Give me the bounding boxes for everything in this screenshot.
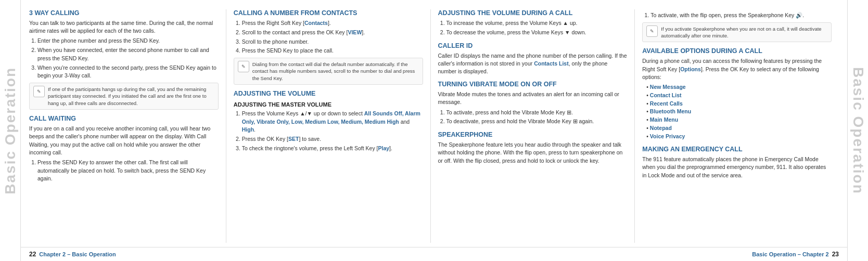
list-item: Bluetooth Menu (646, 108, 832, 116)
col3-title1: ADJUSTING THE VOLUME DURING A CALL (438, 9, 628, 17)
list-item: To check the ringtone's volume, press th… (242, 145, 423, 153)
col4-note1: ✎ If you activate Speakerphone when you … (642, 22, 832, 43)
col3-intro3: Vibrate Mode mutes the tones and activat… (438, 90, 628, 106)
col2-title1: CALLING A NUMBER FROM CONTACTS (234, 9, 423, 17)
list-item: To activate, with the flip open, press t… (650, 11, 832, 20)
col3-title2: CALLER ID (438, 42, 628, 49)
footer-right-chapter: Basic Operation – Chapter 2 (752, 251, 828, 257)
columns-row: 3 WAY CALLING You can talk to two partic… (21, 0, 847, 247)
list-item: Voice Privacy (646, 133, 832, 141)
list-item: To activate, press and hold the Vibrate … (446, 109, 628, 117)
list-item: To increase the volume, press the Volume… (446, 19, 628, 28)
footer-right: Basic Operation – Chapter 2 23 (752, 251, 839, 258)
col2-steps2: Press the Volume Keys ▲/▼ up or down to … (242, 110, 423, 153)
col1-note1: ✎ If one of the participants hangs up du… (29, 83, 219, 110)
footer-right-page: 23 (832, 251, 839, 258)
col4-options: New Message Contact List Recent Calls Bl… (646, 83, 832, 140)
note-icon: ✎ (33, 86, 45, 97)
col4-note1-text: If you activate Speakerphone when you ar… (661, 25, 827, 40)
sidebar-right-text: Basic Operation (850, 67, 866, 194)
footer-left-chapter: Chapter 2 – Basic Operation (39, 251, 116, 257)
list-item: Recent Calls (646, 100, 832, 108)
col1-intro1: You can talk to two participants at the … (29, 19, 219, 35)
note-icon: ✎ (238, 61, 249, 72)
footer: 22 Chapter 2 – Basic Operation Basic Ope… (21, 247, 847, 261)
col4-title1: AVAILABLE OPTIONS DURING A CALL (642, 47, 832, 55)
content-area: 3 WAY CALLING You can talk to two partic… (21, 0, 847, 261)
col3-steps1: To increase the volume, press the Volume… (446, 19, 628, 37)
col3-title3: TURNING VIBRATE MODE ON OR OFF (438, 81, 628, 88)
col3-title4: SPEAKERPHONE (438, 131, 628, 138)
col1-title1: 3 WAY CALLING (29, 9, 219, 17)
list-item: To deactivate, press and hold the Vibrat… (446, 118, 628, 126)
list-item: New Message (646, 83, 832, 92)
footer-left-page: 22 (29, 251, 36, 258)
list-item: Press the Volume Keys ▲/▼ up or down to … (242, 110, 423, 134)
column-3: ADJUSTING THE VOLUME DURING A CALL To in… (431, 9, 635, 243)
sidebar-left: Basic Operation (0, 0, 21, 261)
col1-title2: CALL WAITING (29, 115, 219, 122)
col2-note1-text: Dialing from the contact will dial the d… (252, 61, 419, 82)
list-item: Scroll to the contact and press the OK K… (242, 29, 423, 37)
list-item: Scroll to the phone number. (242, 38, 423, 46)
col3-intro2: Caller ID displays the name and the phon… (438, 52, 628, 76)
column-2: CALLING A NUMBER FROM CONTACTS Press the… (226, 9, 431, 243)
col2-steps1: Press the Right Soft Key [Contacts]. Scr… (242, 19, 423, 55)
list-item: Press the OK Key [SET] to save. (242, 135, 423, 143)
col1-note1-text: If one of the participants hangs up duri… (48, 86, 214, 107)
sidebar-left-text: Basic Operation (2, 67, 19, 194)
list-item: When you have connected, enter the secon… (37, 46, 219, 63)
note-icon: ✎ (646, 25, 658, 37)
list-item: Press the Right Soft Key [Contacts]. (242, 19, 423, 28)
list-item: Press the SEND Key to answer the other c… (37, 159, 219, 183)
column-1: 3 WAY CALLING You can talk to two partic… (29, 9, 226, 243)
column-4: To activate, with the flip open, press t… (635, 9, 839, 243)
col2-note1: ✎ Dialing from the contact will dial the… (234, 58, 423, 85)
col1-steps1: Enter the phone number and press the SEN… (37, 37, 219, 80)
list-item: Notepad (646, 124, 832, 133)
list-item: When you're connected to the second part… (37, 64, 219, 81)
col1-intro2: If you are on a call and you receive ano… (29, 125, 219, 156)
list-item: Press the SEND Key to place the call. (242, 47, 423, 55)
col4-intro2: The 911 feature automatically places the… (642, 155, 832, 179)
col1-steps2: Press the SEND Key to answer the other c… (37, 159, 219, 183)
col2-title2: ADJUSTING THE VOLUME (234, 90, 423, 97)
col4-title2: MAKING AN EMERGENCY CALL (642, 146, 832, 153)
col3-steps3: To activate, press and hold the Vibrate … (446, 109, 628, 126)
col2-subtitle1: ADJUSTING THE MASTER VOLUME (234, 101, 423, 108)
col4-step1: To activate, with the flip open, press t… (650, 11, 832, 20)
sidebar-right: Basic Operation (847, 0, 868, 261)
footer-left: 22 Chapter 2 – Basic Operation (29, 251, 116, 258)
col3-intro4: The Speakerphone feature lets you hear a… (438, 141, 628, 165)
col4-intro1: During a phone call, you can access the … (642, 57, 832, 81)
list-item: Enter the phone number and press the SEN… (37, 37, 219, 45)
list-item: Main Menu (646, 116, 832, 124)
list-item: Contact List (646, 92, 832, 100)
list-item: To decrease the volume, press the Volume… (446, 29, 628, 37)
